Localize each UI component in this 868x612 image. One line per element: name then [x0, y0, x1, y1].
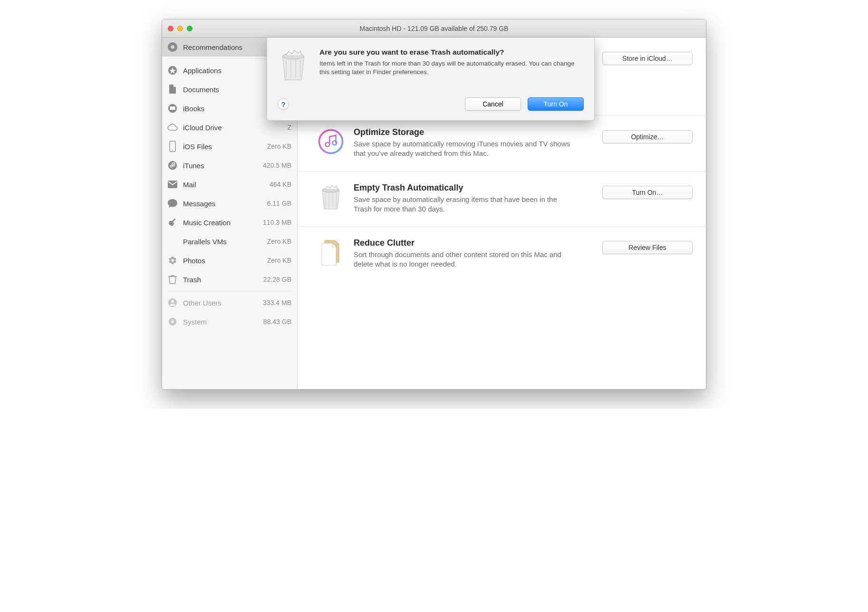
itunes-icon — [167, 160, 178, 171]
sidebar-item-label: Music Creation — [183, 219, 258, 227]
sidebar-item-label: iCloud Drive — [183, 124, 282, 132]
sidebar-item-size: 6.11 GB — [267, 200, 291, 207]
users-icon — [167, 297, 178, 308]
itunes-app-icon — [317, 127, 345, 156]
recommendation-desc: Save space by automatically erasing item… — [354, 195, 572, 214]
trash-full-icon — [278, 48, 311, 81]
sidebar-item-size: Z — [287, 124, 291, 131]
turn-on-button[interactable]: Turn On… — [602, 186, 693, 199]
svg-point-8 — [171, 257, 174, 259]
documents-icon — [167, 84, 178, 95]
confirm-erase-trash-dialog: Are you sure you want to erase Trash aut… — [267, 38, 595, 121]
store-in-icloud-button[interactable]: Store in iCloud… — [602, 52, 693, 65]
optimize-button[interactable]: Optimize… — [602, 130, 693, 143]
sidebar-item-icloud[interactable]: iCloud Drive Z — [162, 118, 297, 137]
sidebar-item-label: Parallels VMs — [183, 238, 262, 246]
sidebar-item-label: iTunes — [183, 162, 258, 170]
sidebar-item-label: Trash — [183, 276, 259, 284]
sidebar-item-size: Zero KB — [267, 238, 291, 245]
svg-point-11 — [171, 262, 174, 265]
dialog-description: Items left in the Trash for more than 30… — [319, 59, 584, 76]
zoom-window-button[interactable] — [187, 26, 193, 31]
photos-icon — [167, 255, 178, 266]
recommendation-desc: Save space by automatically removing iTu… — [354, 139, 572, 159]
recommendation-desc: Sort through documents and other content… — [354, 250, 572, 269]
recommendation-title: Empty Trash Automatically — [354, 183, 594, 193]
svg-point-1 — [171, 45, 174, 49]
help-button[interactable]: ? — [278, 98, 289, 110]
window-title: Macintosh HD - 121.09 GB available of 25… — [168, 25, 700, 32]
cloud-icon — [167, 122, 178, 133]
sidebar-item-label: iOS Files — [183, 143, 262, 151]
recommendation-optimize-storage: Optimize Storage Save space by automatic… — [298, 116, 706, 172]
mail-icon — [167, 179, 178, 190]
sidebar-item-label: Photos — [183, 257, 262, 265]
recommendation-reduce-clutter: Reduce Clutter Sort through documents an… — [298, 227, 706, 282]
dialog-title: Are you sure you want to erase Trash aut… — [319, 48, 584, 57]
sidebar-item-label: System — [183, 318, 259, 326]
svg-point-12 — [169, 260, 172, 263]
trash-icon — [167, 274, 178, 285]
recommendation-title: Optimize Storage — [354, 127, 594, 137]
svg-point-13 — [169, 258, 172, 261]
iphone-icon — [167, 141, 178, 152]
sidebar-item-size: 333.4 MB — [263, 299, 291, 306]
sidebar-item-iosfiles[interactable]: iOS Files Zero KB — [162, 137, 297, 156]
applications-icon — [167, 65, 178, 76]
close-window-button[interactable] — [168, 26, 174, 31]
sidebar-item-size: Zero KB — [267, 143, 291, 150]
svg-point-17 — [171, 320, 174, 323]
sidebar-item-size: 88.43 GB — [263, 318, 291, 325]
sidebar-item-messages[interactable]: Messages 6.11 GB — [162, 194, 297, 213]
guitar-icon — [167, 217, 178, 228]
svg-point-18 — [319, 130, 343, 153]
sidebar-item-other-users[interactable]: Other Users 333.4 MB — [162, 293, 297, 312]
sidebar-separator — [167, 291, 292, 291]
svg-point-10 — [174, 260, 176, 263]
sidebar-item-size: 22.28 GB — [263, 276, 291, 283]
svg-point-15 — [171, 300, 174, 303]
documents-stack-icon — [317, 238, 345, 267]
storage-management-window: Macintosh HD - 121.09 GB available of 25… — [162, 19, 706, 390]
svg-point-9 — [174, 258, 176, 261]
sidebar-item-label: Messages — [183, 200, 262, 208]
sidebar-item-label: Other Users — [183, 299, 258, 307]
generic-icon — [167, 236, 178, 247]
review-files-button[interactable]: Review Files — [602, 241, 693, 254]
window-controls — [168, 26, 193, 31]
recommendation-title: Reduce Clutter — [354, 238, 594, 248]
sidebar-item-parallels[interactable]: Parallels VMs Zero KB — [162, 232, 297, 251]
sidebar-item-label: Mail — [183, 181, 265, 189]
sidebar-item-size: 420.5 MB — [263, 162, 291, 169]
ibooks-icon — [167, 103, 178, 114]
sidebar-item-size: 110.3 MB — [263, 219, 291, 226]
messages-icon — [167, 198, 178, 209]
lightbulb-icon — [167, 41, 178, 53]
turn-on-confirm-button[interactable]: Turn On — [528, 97, 584, 111]
sidebar-item-system[interactable]: System 88.43 GB — [162, 312, 297, 331]
recommendation-empty-trash: Empty Trash Automatically Save space by … — [298, 172, 706, 227]
svg-point-6 — [168, 161, 177, 170]
sidebar-item-photos[interactable]: Photos Zero KB — [162, 251, 297, 270]
sidebar-item-mail[interactable]: Mail 464 KB — [162, 175, 297, 194]
cancel-button[interactable]: Cancel — [465, 97, 521, 111]
gear-icon — [167, 316, 178, 327]
sidebar-item-size: Zero KB — [267, 257, 291, 264]
sidebar-item-music-creation[interactable]: Music Creation 110.3 MB — [162, 213, 297, 232]
titlebar: Macintosh HD - 121.09 GB available of 25… — [162, 19, 706, 38]
trash-full-icon — [317, 183, 345, 211]
sidebar-item-size: 464 KB — [270, 181, 291, 188]
minimize-window-button[interactable] — [177, 26, 183, 31]
svg-point-5 — [172, 150, 173, 151]
sidebar-item-itunes[interactable]: iTunes 420.5 MB — [162, 156, 297, 175]
sidebar-item-trash[interactable]: Trash 22.28 GB — [162, 270, 297, 289]
